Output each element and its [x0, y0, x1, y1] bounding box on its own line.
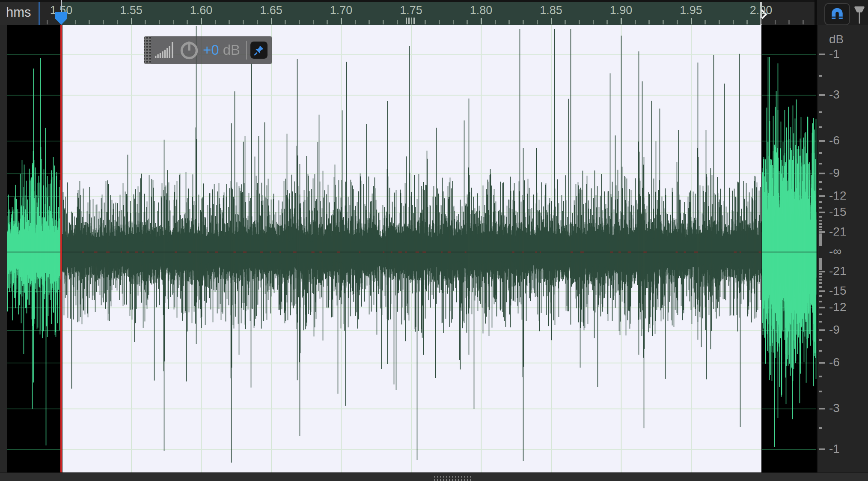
ruler-time-label: 1.80	[470, 4, 493, 17]
db-label: -15	[829, 284, 846, 298]
db-tick	[819, 276, 822, 278]
ruler-tick	[47, 20, 48, 24]
db-tick	[819, 448, 825, 450]
db-label: dB	[829, 33, 844, 46]
ruler-tick	[481, 18, 482, 24]
db-tick	[819, 408, 825, 409]
ruler-tick	[383, 20, 384, 24]
ruler-tick	[733, 20, 734, 24]
ruler-tick	[341, 18, 342, 24]
db-label: -1	[829, 47, 840, 61]
db-tick	[819, 126, 822, 128]
ruler-tick	[131, 18, 132, 24]
db-tick	[819, 286, 822, 288]
db-tick	[819, 152, 822, 154]
snap-toggle-button[interactable]	[824, 3, 850, 25]
ruler-tick	[215, 20, 216, 24]
bottom-scrollbar[interactable]	[0, 472, 868, 481]
db-tick	[819, 216, 822, 218]
ruler-time-label: 1.60	[190, 4, 213, 17]
gain-readout[interactable]: +0dB	[203, 42, 240, 58]
db-tick	[819, 231, 825, 233]
playhead-line[interactable]	[60, 25, 62, 472]
gain-value[interactable]: +0	[203, 42, 219, 58]
ruler-center-grip[interactable]	[406, 18, 415, 24]
audio-editor-window: hms 1.501.551.601.651.701.751.801.851.90…	[0, 0, 868, 481]
ruler-tick	[523, 20, 524, 24]
ruler-tick	[691, 18, 692, 24]
db-tick	[819, 226, 822, 228]
ruler-tick	[75, 20, 76, 24]
ruler-tick	[453, 20, 454, 24]
ruler-tick	[285, 20, 286, 24]
ruler-tick	[89, 20, 90, 24]
db-tick	[819, 229, 822, 230]
ruler-tick	[495, 20, 496, 24]
hud-drag-handle-icon[interactable]	[144, 36, 151, 64]
ruler-tick	[621, 18, 622, 24]
ruler-tick	[635, 20, 636, 24]
corner-toolbar	[817, 0, 868, 25]
ruler-tick	[677, 20, 678, 24]
db-tick	[819, 267, 822, 269]
ruler-unit-box[interactable]: hms	[0, 2, 39, 25]
db-label: -21	[829, 264, 846, 278]
scrollbar-grip-icon[interactable]	[433, 475, 471, 481]
waveform-canvas[interactable]	[7, 25, 817, 472]
ruler-tick	[663, 20, 664, 24]
ruler-tick	[648, 20, 650, 24]
db-tick	[819, 111, 822, 113]
ruler-tick	[719, 20, 720, 24]
ruler-tick	[229, 20, 230, 24]
ruler-tick	[243, 20, 244, 24]
ruler-tick	[761, 18, 762, 24]
ruler-tick	[705, 20, 706, 24]
db-tick	[819, 54, 825, 55]
db-tick	[819, 427, 822, 429]
db-label: -12	[829, 189, 846, 203]
db-tick	[819, 173, 825, 174]
ruler-time-label: 1.70	[330, 4, 353, 17]
db-tick	[819, 273, 822, 275]
db-label: -21	[829, 225, 846, 239]
ruler-tick	[187, 20, 188, 24]
db-tick	[819, 201, 822, 203]
db-tick	[819, 140, 825, 142]
ruler-time-label: 1.85	[540, 4, 562, 17]
db-label: -∞	[829, 245, 841, 258]
db-tick	[819, 94, 825, 96]
db-tick	[819, 329, 825, 331]
ruler-tick	[508, 20, 510, 24]
ruler-tick	[271, 18, 272, 24]
db-tick	[819, 233, 822, 235]
ruler-tick	[313, 20, 314, 24]
ruler-time-label: 1.65	[260, 4, 282, 17]
marker-tool[interactable]	[854, 6, 865, 24]
db-tick	[819, 269, 822, 270]
time-ruler[interactable]: 1.501.551.601.651.701.751.801.851.901.95…	[40, 2, 816, 25]
ruler-tick	[579, 20, 580, 24]
db-tick	[819, 391, 822, 392]
ruler-tick	[467, 20, 468, 24]
ruler-tick	[103, 20, 104, 24]
ruler-tick	[299, 20, 300, 24]
db-tick	[819, 307, 825, 308]
ruler-tick	[257, 20, 258, 24]
ruler-unit-label: hms	[6, 5, 31, 20]
ruler-tick	[327, 20, 328, 24]
ruler-tick	[117, 20, 118, 24]
ruler-tick	[201, 18, 202, 24]
db-tick	[819, 295, 822, 297]
db-label: -3	[829, 88, 840, 102]
ruler-tick	[145, 20, 146, 24]
level-bars-icon	[155, 42, 175, 58]
magnet-icon	[829, 6, 845, 22]
hud-pin-button[interactable]	[250, 42, 268, 59]
db-label: -9	[829, 166, 840, 180]
gain-knob-icon[interactable]	[179, 40, 199, 60]
amplitude-scale[interactable]: dB-1-3-6-9-12-15-21-∞-21-15-12-9-6-3-1	[817, 25, 868, 472]
db-tick	[819, 339, 822, 341]
ruler-time-label: 1.55	[120, 4, 143, 17]
db-tick	[819, 301, 822, 302]
ruler-tick	[565, 20, 566, 24]
